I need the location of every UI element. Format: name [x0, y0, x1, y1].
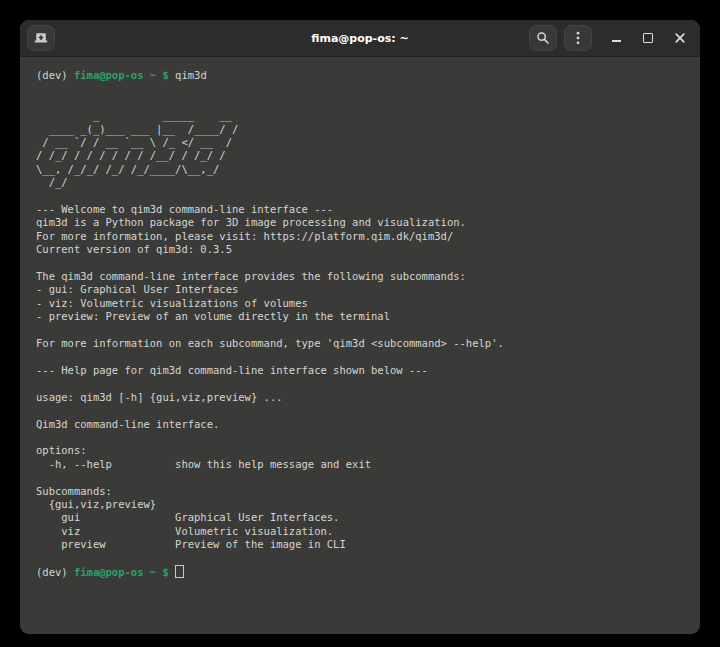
titlebar[interactable]: fima@pop-os: ~: [20, 20, 700, 57]
search-button[interactable]: [529, 25, 557, 51]
kebab-menu-icon: [570, 30, 586, 46]
terminal-window: fima@pop-os: ~: [20, 20, 700, 634]
minimize-button[interactable]: [604, 26, 628, 50]
close-icon: [673, 31, 687, 45]
prompt-user-host: fima@pop-os: [74, 566, 144, 578]
tab-new-icon: [33, 31, 49, 45]
prompt-dollar: $: [162, 69, 175, 81]
titlebar-controls: [529, 20, 692, 56]
close-button[interactable]: [668, 26, 692, 50]
desktop-background: fima@pop-os: ~: [0, 0, 720, 647]
new-tab-button[interactable]: [27, 25, 55, 51]
venv-indicator: (dev): [36, 566, 74, 578]
search-icon: [535, 30, 551, 46]
terminal-output: _ _____ __ ____ _(_)___ ___ |__ /____/ /…: [36, 82, 686, 565]
command-text: qim3d: [175, 69, 207, 81]
prompt-cwd: ~: [143, 69, 162, 81]
prompt-line-current: (dev) fima@pop-os ~ $: [36, 565, 686, 578]
maximize-icon: [643, 33, 653, 43]
terminal-content[interactable]: (dev) fima@pop-os ~ $ qim3d _ _____ __ _…: [20, 57, 700, 634]
menu-button[interactable]: [564, 25, 592, 51]
terminal-cursor: [175, 565, 184, 578]
maximize-button[interactable]: [636, 26, 660, 50]
prompt-dollar: $: [162, 566, 175, 578]
venv-indicator: (dev): [36, 69, 74, 81]
prompt-line-command: (dev) fima@pop-os ~ $ qim3d: [36, 69, 686, 82]
prompt-user-host: fima@pop-os: [74, 69, 144, 81]
prompt-cwd: ~: [143, 566, 162, 578]
minimize-icon: [612, 40, 621, 42]
